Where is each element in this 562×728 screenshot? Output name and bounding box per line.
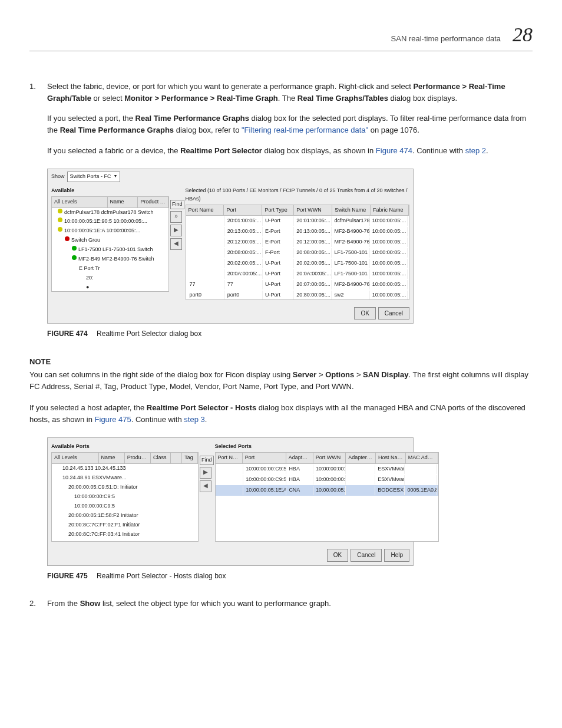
table-row[interactable]: 20:0A:00:05:...U-Port20:0A:00:05:...LF1-…	[186, 269, 409, 279]
cell	[346, 475, 375, 485]
selected-grid-panel[interactable]: Port Name Port Port Type Port WWN Switch…	[186, 205, 409, 300]
cell: 10:00:00:05:1E:A0:8D:D7	[243, 486, 286, 495]
available-title: Available	[51, 186, 169, 196]
cell: 20:0A:00:05:...	[225, 269, 263, 279]
tree-row[interactable]: LF1-7500 LF1-7500-101 Switch	[52, 245, 168, 255]
tree-row[interactable]: 10:00:00:05:1E:A 10:00:00:05:...	[52, 226, 168, 236]
available-tree-panel[interactable]: All Levels Name Product Type dcfmPulsar1…	[51, 196, 169, 292]
status-icon	[72, 246, 77, 251]
figure-link[interactable]: Figure 474	[376, 146, 412, 155]
status-icon	[58, 227, 62, 232]
tree-row[interactable]: 10:00:00:05:1E:90:5 10:00:00:05:...	[52, 217, 168, 226]
tree-row[interactable]: E Port Tr	[52, 264, 168, 274]
cell: U-Port	[263, 259, 294, 268]
table-row[interactable]: 20:01:00:05:...U-Port20:01:00:05:...dcfm…	[186, 216, 409, 226]
cancel-button[interactable]: Cancel	[351, 549, 382, 562]
cell: 10:00:00:05:...	[370, 216, 408, 226]
col: Class	[151, 453, 171, 463]
figure-474-dialog: Show Switch Ports - FC Available All Lev…	[47, 169, 533, 324]
ok-button[interactable]: OK	[354, 307, 375, 320]
col: Host Name	[376, 453, 406, 463]
selected-ports-grid[interactable]: Port Name Port Adapter Type Port WWN Ada…	[215, 452, 439, 542]
cell: BODCESXB0...	[375, 486, 405, 495]
col: Port WWN	[294, 205, 332, 216]
table-row[interactable]: 20:08:00:05:...F-Port20:08:00:05:...LF1-…	[186, 248, 409, 258]
find-button[interactable]: Find	[200, 456, 214, 465]
show-dropdown[interactable]: Switch Ports - FC	[67, 172, 120, 182]
table-row[interactable]: 20:13:00:05:...E-Port20:13:00:05:...MF2-…	[186, 226, 409, 237]
cell: 20:07:00:05:...	[294, 280, 332, 289]
move-left-button[interactable]: ◀	[170, 238, 182, 250]
tree-label: 10:00:00:05:1E:A 10:00:00:05:...	[64, 227, 140, 235]
cell	[187, 216, 225, 226]
text: .	[205, 415, 207, 424]
transfer-buttons: Find ▶ ◀	[200, 442, 214, 542]
cross-reference-link[interactable]: "Filtering real-time performance data"	[242, 126, 368, 134]
cell: 10:00:00:00:...	[313, 475, 346, 485]
cell: U-Port	[263, 280, 294, 289]
paragraph: If you selected a fabric or a device, th…	[47, 145, 533, 157]
step-body: Select the fabric, device, or port for w…	[47, 81, 533, 104]
move-left-button[interactable]: ◀	[200, 480, 211, 492]
cell: MF2-B4900-76	[332, 227, 369, 236]
step-2: 2. From the Show list, select the object…	[29, 598, 533, 610]
available-ports-tree[interactable]: All Levels Name Product Type Class Tag 1…	[51, 452, 199, 542]
tree-row[interactable]: 10.24.45.133 10.24.45.133	[52, 464, 198, 473]
control-name: Show	[80, 599, 101, 608]
tree-row[interactable]: 10.24.48.91 ESXVMware...	[52, 473, 198, 483]
figure-475-dialog: Available Ports All Levels Name Product …	[47, 437, 533, 565]
tree-label: ●	[86, 284, 89, 292]
table-row[interactable]: 7777U-Port20:07:00:05:...MF2-B4900-7610:…	[186, 279, 409, 290]
tree-label: 10:00:00:00:C9:5	[74, 502, 115, 510]
tree-row[interactable]: ●	[52, 283, 168, 292]
figure-link[interactable]: Figure 475	[95, 415, 131, 424]
text: Select the fabric, device, or port for w…	[47, 82, 413, 91]
cell: LF1-7500-101	[332, 248, 369, 258]
figure-caption-text: Realtime Port Selector dialog box	[97, 330, 201, 338]
move-right-all-button[interactable]: »	[170, 211, 182, 223]
table-row[interactable]: 10:00:00:00:C9:51:D3:CDHBA10:00:00:00:..…	[216, 475, 439, 485]
table-row[interactable]: 20:12:00:05:...E-Port20:12:00:05:...MF2-…	[186, 237, 409, 248]
tree-row[interactable]: 172.26.28.93 BODCESXB0...	[52, 539, 198, 542]
find-button[interactable]: Find	[170, 200, 184, 209]
tree-row[interactable]: 10:00:00:00:C9:5	[52, 492, 198, 502]
col: Name	[108, 197, 138, 207]
table-row[interactable]: 10:00:00:05:1E:A0:8D:D7CNA10:00:00:05:..…	[216, 485, 439, 496]
tree-row[interactable]: 20:00:00:05:C9:51:D: Initiator	[52, 483, 198, 492]
cancel-button[interactable]: Cancel	[378, 307, 409, 320]
grid-header: Port Name Port Adapter Type Port WWN Ada…	[216, 453, 439, 464]
ok-button[interactable]: OK	[327, 549, 348, 562]
tree-row[interactable]: 20:	[52, 274, 168, 283]
table-row[interactable]: 10:00:00:00:C9:51:D3:CCHBA10:00:00:00:..…	[216, 464, 439, 475]
menu-item: SAN Display	[363, 370, 408, 379]
status-icon	[58, 218, 62, 222]
step-1: 1. Select the fabric, device, or port fo…	[29, 81, 533, 104]
tree-label: 172.26.28.93 BODCESXB0...	[62, 540, 132, 542]
text: . Continue with	[131, 415, 184, 424]
tree-label: 20:00:8C:7C:FF:02:F1 Initiator	[68, 521, 140, 529]
help-button[interactable]: Help	[384, 549, 409, 562]
step-link[interactable]: step 3	[184, 415, 204, 424]
figure-label: FIGURE 475	[47, 572, 88, 580]
cell: LF1-7500-101	[332, 259, 369, 268]
cell: 20:01:00:05:...	[225, 216, 263, 226]
col: Fabric Name	[371, 205, 409, 216]
step-link[interactable]: step 2	[465, 146, 486, 155]
tree-row[interactable]: dcfmPulsar178 dcfmPulsar178 Switch	[52, 208, 168, 218]
tree-header: All Levels Name Product Type	[52, 197, 168, 208]
cell	[217, 486, 244, 495]
table-row[interactable]: port0port0U-Port20:80:00:05:...sw210:00:…	[186, 290, 409, 300]
move-right-button[interactable]: ▶	[170, 225, 182, 236]
col: Port WWN	[313, 453, 346, 463]
available-ports-title: Available Ports	[51, 442, 199, 452]
tree-row[interactable]: 20:00:8C:7C:FF:02:F1 Initiator	[52, 521, 198, 530]
tree-row[interactable]: 20:00:8C:7C:FF:03:41 Initiator	[52, 530, 198, 539]
tree-row[interactable]: 20:00:00:05:1E:58:F2 Initiator	[52, 511, 198, 521]
cell: dcfmPulsar178	[332, 216, 369, 226]
move-right-button[interactable]: ▶	[200, 467, 211, 479]
tree-row[interactable]: MF2-B49 MF2-B4900-76 Switch	[52, 255, 168, 264]
menu-item: Options	[325, 370, 354, 379]
table-row[interactable]: 20:02:00:05:...U-Port20:02:00:05:...LF1-…	[186, 258, 409, 269]
tree-row[interactable]: Switch Grou	[52, 236, 168, 245]
tree-row[interactable]: 10:00:00:00:C9:5	[52, 502, 198, 511]
